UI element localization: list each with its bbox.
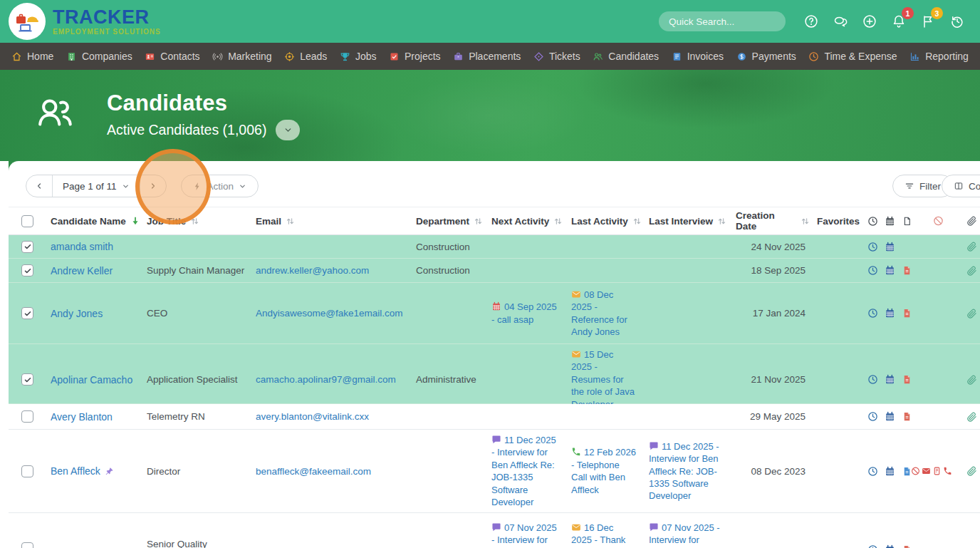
header-creation-date[interactable]: Creation Date <box>730 210 810 232</box>
nav-item-marketing[interactable]: Marketing <box>212 51 271 62</box>
calendar-icon[interactable] <box>881 411 898 422</box>
history-icon[interactable] <box>949 13 966 30</box>
history-icon[interactable] <box>864 544 881 548</box>
nav-item-companies[interactable]: Companies <box>66 51 132 62</box>
calendar-icon[interactable] <box>881 308 898 319</box>
select-all-checkbox[interactable] <box>21 215 33 227</box>
fax-icon[interactable] <box>932 467 942 476</box>
candidate-email-link[interactable]: camacho.apolinar97@gmail.com <box>256 374 396 385</box>
candidate-email-link[interactable]: Andyisawesome@fake1email.com <box>256 308 403 319</box>
document-icon[interactable] <box>898 411 915 422</box>
pin-icon[interactable] <box>105 467 114 476</box>
prev-page-button[interactable] <box>26 175 53 197</box>
calendar-icon[interactable] <box>881 544 898 548</box>
notifications-bell-icon[interactable]: 1 <box>890 13 907 30</box>
paperclip-icon[interactable] <box>963 374 980 385</box>
paperclip-icon[interactable] <box>963 242 980 252</box>
nav-item-leads[interactable]: Leads <box>284 51 327 62</box>
job-title-cell: Supply Chain Manager <box>141 265 250 276</box>
calendar-icon[interactable] <box>881 265 898 276</box>
row-checkbox[interactable] <box>21 542 33 548</box>
paperclip-icon[interactable] <box>963 265 980 276</box>
candidate-name-link[interactable]: Andy Jones <box>51 308 103 319</box>
nav-item-time-expense[interactable]: Time & Expense <box>808 51 897 62</box>
document-icon[interactable] <box>898 374 915 385</box>
next-page-button[interactable] <box>140 175 166 197</box>
row-checkbox[interactable] <box>21 307 33 319</box>
paperclip-icon[interactable] <box>963 308 980 319</box>
add-new-icon[interactable] <box>861 13 878 30</box>
page-selector[interactable]: Page 1 of 11 <box>53 175 140 197</box>
nav-item-reporting[interactable]: Reporting <box>909 51 969 62</box>
flag-icon[interactable]: 3 <box>919 13 937 30</box>
candidate-name-link[interactable]: Apolinar Camacho <box>51 374 132 386</box>
nav-item-contacts[interactable]: Contacts <box>145 51 199 62</box>
action-button[interactable]: Action <box>181 175 259 197</box>
paperclip-icon[interactable] <box>963 411 980 422</box>
header-last-activity[interactable]: Last Activity <box>565 216 643 227</box>
no-entry-icon[interactable] <box>910 467 921 476</box>
nav-item-placements[interactable]: Placements <box>453 51 521 62</box>
document-icon[interactable] <box>898 265 915 276</box>
nav-item-home[interactable]: Home <box>11 51 53 62</box>
candidate-name-link[interactable]: Ben Affleck <box>51 465 100 477</box>
quick-search-input[interactable] <box>659 11 786 31</box>
candidate-email-link[interactable]: benaffleck@fakeemail.com <box>256 466 371 477</box>
document-icon[interactable] <box>898 308 915 319</box>
no-entry-column-icon[interactable] <box>929 216 947 227</box>
row-checkbox[interactable] <box>21 241 33 253</box>
history-column-icon[interactable] <box>864 216 881 227</box>
row-checkbox[interactable] <box>21 465 33 477</box>
mail-icon[interactable] <box>921 467 932 476</box>
document-icon[interactable] <box>898 544 915 548</box>
view-selector-chevron[interactable] <box>276 120 300 140</box>
logo-text: TRACKER EMPLOYMENT SOLUTIONS <box>53 8 161 36</box>
nav-item-jobs[interactable]: Jobs <box>340 51 377 62</box>
next-activity-link[interactable]: 11 Dec 2025 - Interview for Ben Affleck … <box>491 435 556 507</box>
nav-item-tickets[interactable]: Tickets <box>533 51 580 62</box>
candidate-name-link[interactable]: Avery Blanton <box>51 411 113 423</box>
history-icon[interactable] <box>864 411 881 422</box>
header-job-title[interactable]: Job Title <box>141 216 250 227</box>
help-icon[interactable] <box>803 13 820 30</box>
row-checkbox[interactable] <box>21 410 33 423</box>
job-title-cell: Director <box>141 466 250 477</box>
job-title-cell: Telemetry RN <box>141 411 250 422</box>
chat-icon[interactable] <box>832 13 849 30</box>
history-icon[interactable] <box>864 265 881 276</box>
header-department[interactable]: Department <box>410 216 486 227</box>
history-icon[interactable] <box>864 242 881 252</box>
candidate-email-link[interactable]: andrew.keller@yahoo.com <box>256 265 369 276</box>
header-last-interview[interactable]: Last Interview <box>643 216 730 227</box>
header-favorites[interactable]: Favorites <box>810 216 855 227</box>
calendar-icon[interactable] <box>881 374 898 385</box>
phone-icon[interactable] <box>942 467 953 476</box>
logo-subtitle: EMPLOYMENT SOLUTIONS <box>53 29 161 36</box>
candidate-name-link[interactable]: amanda smith <box>51 241 113 252</box>
nav-item-candidates[interactable]: Candidates <box>593 51 659 62</box>
column-button[interactable]: Column <box>942 175 980 197</box>
candidate-name-link[interactable]: Andrew Keller <box>51 265 113 276</box>
department-cell: Construction <box>410 242 486 252</box>
calendar-column-icon[interactable] <box>881 216 898 227</box>
history-icon[interactable] <box>864 466 881 477</box>
document-column-icon[interactable] <box>898 216 915 227</box>
header-email[interactable]: Email <box>250 216 410 227</box>
header-candidate-name[interactable]: Candidate Name <box>46 216 141 227</box>
row-checkbox[interactable] <box>21 264 33 276</box>
nav-item-invoices[interactable]: Invoices <box>672 51 724 62</box>
calendar-icon[interactable] <box>881 242 898 252</box>
nav-item-projects[interactable]: Projects <box>389 51 441 62</box>
header-next-activity[interactable]: Next Activity <box>486 216 565 227</box>
calendar-icon[interactable] <box>881 466 898 477</box>
last-interview-link[interactable]: 07 Nov 2025 - Interview for <box>649 522 720 545</box>
paperclip-icon[interactable] <box>963 466 980 477</box>
last-interview-link[interactable]: 11 Dec 2025 - Interview for Ben Affleck … <box>649 441 719 502</box>
nav-item-payments[interactable]: Payments <box>736 51 796 62</box>
app-logo[interactable] <box>9 3 46 40</box>
row-checkbox[interactable] <box>21 373 33 386</box>
paperclip-column-icon[interactable] <box>963 216 980 227</box>
candidate-email-link[interactable]: avery.blanton@vitalink.cxx <box>256 411 369 422</box>
history-icon[interactable] <box>864 308 881 319</box>
history-icon[interactable] <box>864 374 881 385</box>
